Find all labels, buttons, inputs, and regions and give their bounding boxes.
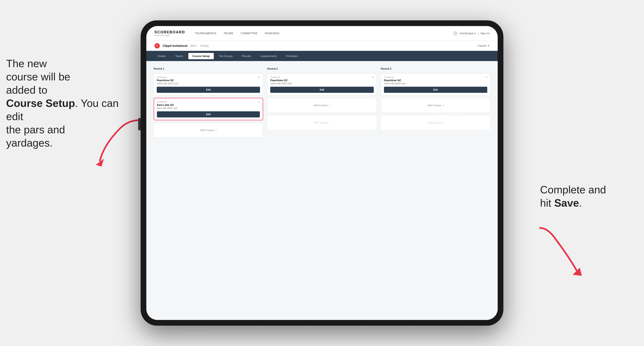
round-1-course-b-label: (Course B): [157, 101, 260, 103]
round-1-course-b-info: Black (M) (6891 yds): [157, 107, 260, 109]
arrow-left: [88, 116, 145, 169]
round-1-course-a-info: Yellow (M) (6629 yds): [157, 82, 260, 85]
cancel-icon: ✕: [487, 44, 490, 47]
add-course-r2-icon: +: [329, 104, 330, 107]
round-2-course-a-info: Yellow (M) (6629 yds): [270, 82, 374, 85]
round-1-course-b-edit-button[interactable]: Edit: [157, 111, 260, 117]
round-2-add-course-disabled: Add Course +: [267, 115, 376, 130]
round-2-course-a-card: ✕ (Course A) Peachtree GC Yellow (M) (66…: [267, 73, 376, 95]
nav-teams[interactable]: TEAMS: [224, 32, 233, 35]
round-1-column: Round 1 ✕ (Course A) Peachtree GC Yellow…: [154, 67, 263, 138]
tablet-screen: SCOREBOARD Powered by clippd TOURNAMENTS…: [146, 26, 498, 320]
rounds-container: Round 1 ✕ (Course A) Peachtree GC Yellow…: [154, 67, 490, 138]
top-nav: SCOREBOARD Powered by clippd TOURNAMENTS…: [146, 26, 498, 41]
round-2-course-a-name: Peachtree GC: [270, 79, 374, 82]
round-3-course-a-label: (Course A): [384, 76, 487, 78]
round-1-course-a-name: Peachtree GC: [157, 79, 260, 82]
brand: SCOREBOARD Powered by clippd: [154, 30, 185, 36]
round-2-column: Round 2 ✕ (Course A) Peachtree GC Yellow…: [267, 67, 376, 138]
brand-sub: Powered by clippd: [154, 34, 185, 36]
tournament-logo: C: [154, 43, 160, 48]
add-course-r2-dis-label: Add Course: [314, 121, 328, 124]
round-1-course-a-edit-button[interactable]: Edit: [157, 87, 260, 93]
nav-separator: |: [478, 32, 478, 35]
add-course-r1-label: Add Course: [200, 129, 214, 132]
round-3-column: Round 3 ✕ (Course A) Peachtree GC Yellow…: [381, 67, 490, 138]
tab-tee-groups[interactable]: Tee Groups: [215, 53, 237, 59]
nav-left: SCOREBOARD Powered by clippd TOURNAMENTS…: [154, 30, 280, 36]
add-course-r1-icon: +: [215, 129, 217, 132]
add-course-r2-dis-icon: +: [329, 121, 330, 124]
nav-rankings[interactable]: RANKINGS: [265, 32, 280, 35]
round-2-label: Round 2: [267, 67, 376, 70]
side-button: [138, 118, 140, 130]
round-3-label: Round 3: [381, 67, 490, 70]
round-3-add-course-button[interactable]: Add Course +: [381, 98, 490, 113]
round-2-course-a-delete-button[interactable]: ✕: [372, 76, 374, 79]
main-content: Round 1 ✕ (Course A) Peachtree GC Yellow…: [146, 61, 498, 320]
add-course-r3-icon: +: [442, 104, 444, 107]
tournament-left: C Clippd Invitational (Men) Hosting: [154, 43, 208, 48]
tournament-gender: (Men): [190, 44, 196, 47]
tab-course-setup[interactable]: Course Setup: [188, 53, 214, 59]
add-course-r2-label: Add Course: [314, 104, 328, 107]
tab-teams[interactable]: Teams: [171, 53, 187, 59]
tab-printables[interactable]: Printables: [282, 53, 302, 59]
brand-name: SCOREBOARD: [154, 30, 185, 34]
round-3-course-a-delete-button[interactable]: ✕: [485, 76, 488, 79]
user-avatar: [453, 31, 458, 36]
tablet-device: SCOREBOARD Powered by clippd TOURNAMENTS…: [140, 20, 504, 326]
round-1-label: Round 1: [154, 67, 263, 70]
tab-details[interactable]: Details: [154, 53, 170, 59]
nav-links: TOURNAMENTS TEAMS COMMITTEE RANKINGS: [195, 32, 280, 35]
round-2-course-a-label: (Course A): [270, 76, 374, 78]
add-course-r3-dis-label: Add Course: [427, 121, 441, 124]
round-1-course-a-delete-button[interactable]: ✕: [258, 76, 260, 79]
tournament-bar: C Clippd Invitational (Men) Hosting Canc…: [146, 41, 498, 51]
svg-marker-1: [573, 268, 582, 276]
round-2-add-course-button[interactable]: Add Course +: [267, 98, 376, 113]
annotation-right: Complete and hit Save.: [540, 183, 638, 210]
round-3-course-a-name: Peachtree GC: [384, 79, 487, 82]
round-3-course-a-info: Yellow (M) (6629 yds): [384, 82, 487, 85]
round-1-course-b-card: ✕ (Course B) East Lake GC Black (M) (689…: [154, 98, 263, 120]
add-course-r3-dis-icon: +: [442, 121, 444, 124]
tab-leaderboards[interactable]: Leaderboards: [256, 53, 281, 59]
arrow-right: [536, 224, 593, 277]
round-1-course-b-delete-button[interactable]: ✕: [258, 100, 260, 104]
round-1-course-a-card: ✕ (Course A) Peachtree GC Yellow (M) (66…: [154, 73, 263, 95]
sign-out-link[interactable]: Sign out: [480, 32, 490, 35]
nav-tournaments[interactable]: TOURNAMENTS: [195, 32, 216, 35]
app-content: SCOREBOARD Powered by clippd TOURNAMENTS…: [146, 26, 498, 320]
round-3-add-course-disabled: Add Course +: [381, 115, 490, 130]
round-2-course-a-edit-button[interactable]: Edit: [270, 87, 374, 93]
round-3-course-a-edit-button[interactable]: Edit: [384, 87, 487, 93]
cancel-button[interactable]: Cancel ✕: [478, 44, 490, 47]
hosting-label: Hosting: [200, 44, 209, 47]
round-1-course-b-name: East Lake GC: [157, 103, 260, 106]
tab-bar: Details Teams Course Setup Tee Groups Re…: [146, 51, 498, 61]
nav-committee[interactable]: COMMITTEE: [241, 32, 258, 35]
tournament-name: Clippd Invitational: [163, 44, 187, 47]
nav-right: blair@clippd.io | Sign out: [453, 31, 490, 36]
round-3-course-a-card: ✕ (Course A) Peachtree GC Yellow (M) (66…: [381, 73, 490, 95]
round-1-course-a-label: (Course A): [157, 76, 260, 78]
round-1-add-course-button[interactable]: Add Course +: [154, 123, 263, 138]
tab-results[interactable]: Results: [238, 53, 255, 59]
user-email: blair@clippd.io: [460, 32, 476, 35]
add-course-r3-label: Add Course: [427, 104, 441, 107]
